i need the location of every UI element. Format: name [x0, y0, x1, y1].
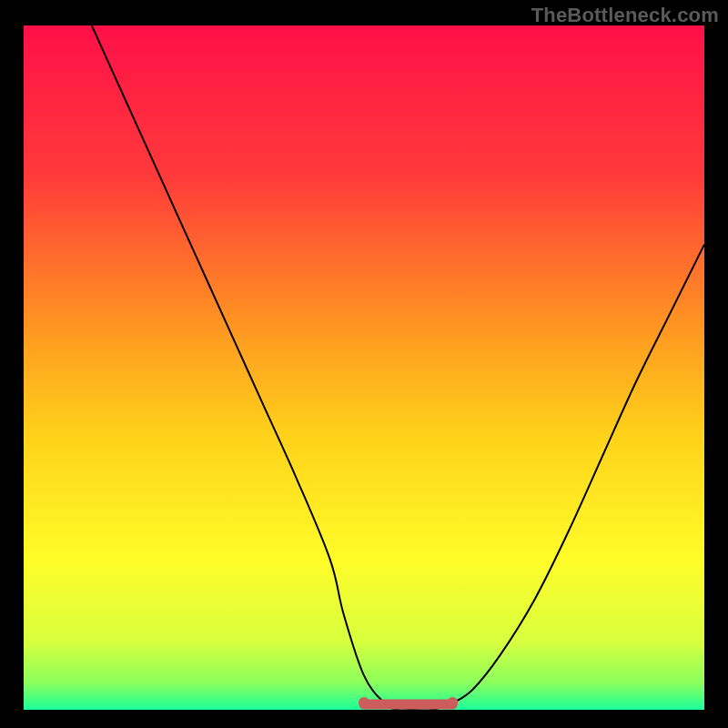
plot-background: [24, 25, 704, 710]
flat-bottom-dot-right: [447, 697, 458, 708]
watermark-text: TheBottleneck.com: [531, 4, 719, 27]
flat-bottom-dot-left: [359, 697, 369, 708]
chart-frame: TheBottleneck.com: [0, 0, 728, 728]
bottleneck-chart: [0, 0, 728, 728]
